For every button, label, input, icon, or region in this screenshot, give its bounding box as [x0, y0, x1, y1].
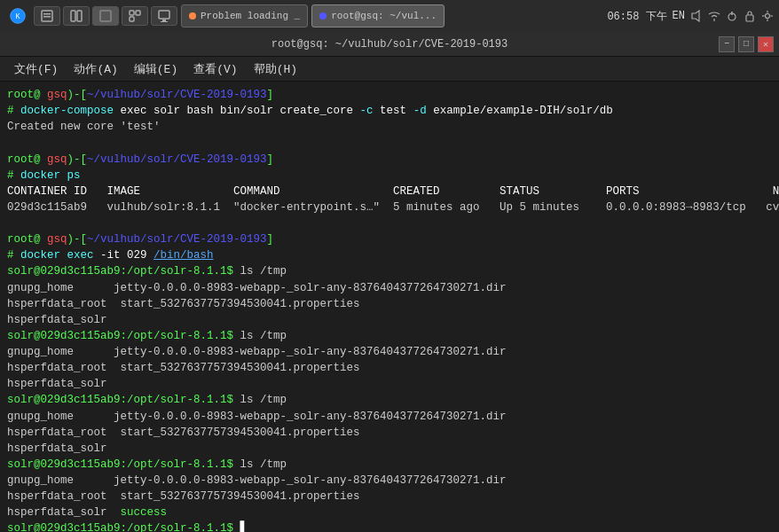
- command-line-2: # docker ps: [7, 168, 772, 184]
- minimize-button[interactable]: −: [719, 36, 735, 52]
- kali-icon[interactable]: K: [5, 4, 30, 28]
- lang-display: EN: [673, 10, 685, 22]
- ls-tmp-3-line2: hsperfdata_root start_532763775739453004…: [7, 425, 772, 441]
- terminal-btn-label: root@gsq: ~/vul...: [331, 11, 437, 21]
- taskbar-app-group: [34, 6, 177, 26]
- svg-rect-5: [71, 11, 75, 21]
- session-prompt-3: solr@029d3c115ab9:/opt/solr-8.1.1$ ls /t…: [7, 392, 772, 408]
- svg-rect-7: [100, 11, 111, 21]
- tb-app-btn-2[interactable]: [63, 6, 90, 26]
- session-prompt-2: solr@029d3c115ab9:/opt/solr-8.1.1$ ls /t…: [7, 328, 772, 344]
- browser-btn-label: Problem loading _: [201, 11, 300, 21]
- ls-tmp-2-line2: hsperfdata_root start_532763775739453004…: [7, 360, 772, 376]
- terminal-window: root@gsq: ~/vulhub/solr/CVE-2019-0193 − …: [0, 32, 779, 532]
- terminal-taskbar-btn[interactable]: root@gsq: ~/vul...: [311, 4, 445, 27]
- svg-text:K: K: [16, 12, 20, 21]
- blank-1: [7, 135, 772, 151]
- ls-tmp-1-line3: hsperfdata_solr: [7, 312, 772, 328]
- prompt-line-3: root@ gsq)-[~/vulhub/solr/CVE-2019-0193]: [7, 231, 772, 247]
- terminal-dot: [319, 12, 327, 20]
- window-title: root@gsq: ~/vulhub/solr/CVE-2019-0193: [271, 38, 508, 51]
- settings-icon[interactable]: [761, 10, 774, 22]
- svg-rect-12: [162, 20, 166, 21]
- svg-marker-14: [692, 11, 699, 21]
- tb-app-btn-5[interactable]: [151, 6, 177, 26]
- docker-ps-row: 029d3c115ab9 vulhub/solr:8.1.1 "docker-e…: [7, 200, 772, 215]
- menu-action[interactable]: 动作(A): [67, 59, 124, 80]
- svg-rect-6: [77, 11, 82, 21]
- window-controls: − □ ✕: [719, 36, 774, 52]
- time-display: 06:58 下午: [607, 9, 666, 24]
- lock-icon[interactable]: [744, 10, 756, 22]
- close-button[interactable]: ✕: [758, 36, 774, 52]
- browser-taskbar-btn[interactable]: Problem loading _: [181, 4, 308, 27]
- network-icon[interactable]: [708, 10, 720, 22]
- svg-point-18: [766, 14, 770, 19]
- tb-app-btn-1[interactable]: [34, 6, 60, 26]
- final-prompt: solr@029d3c115ab9:/opt/solr-8.1.1$ ▋: [7, 520, 772, 532]
- ls-tmp-2-line1: gnupg_home jetty-0.0.0.0-8983-webapp-_so…: [7, 344, 772, 360]
- ls-tmp-1-line2: hsperfdata_root start_532763775739453004…: [7, 296, 772, 312]
- output-create-core: Created new core 'test': [7, 119, 772, 135]
- menu-file[interactable]: 文件(F): [7, 59, 65, 80]
- firefox-dot: [189, 12, 196, 20]
- tb-app-btn-4[interactable]: [122, 6, 148, 26]
- taskbar: K: [0, 0, 779, 32]
- svg-rect-17: [746, 15, 753, 21]
- volume-icon[interactable]: [690, 10, 703, 22]
- ls-tmp-2-line3: hsperfdata_solr: [7, 376, 772, 392]
- menu-view[interactable]: 查看(V): [186, 59, 244, 80]
- session-prompt-1: solr@029d3c115ab9:/opt/solr-8.1.1$ ls /t…: [7, 263, 772, 279]
- svg-rect-4: [43, 16, 51, 18]
- prompt-line-1: root@ gsq)-[~/vulhub/solr/CVE-2019-0193]: [7, 87, 772, 103]
- svg-rect-13: [161, 21, 168, 22]
- menu-help[interactable]: 帮助(H): [247, 59, 304, 80]
- taskbar-right: 06:58 下午 EN: [607, 9, 774, 24]
- menu-edit[interactable]: 编辑(E): [127, 59, 185, 80]
- docker-ps-header: CONTAINER ID IMAGE COMMAND CREATED STATU…: [7, 184, 772, 200]
- svg-rect-3: [43, 13, 51, 15]
- command-line-3: # docker exec -it 029 /bin/bash: [7, 247, 772, 263]
- ls-tmp-1-line1: gnupg_home jetty-0.0.0.0-8983-webapp-_so…: [7, 280, 772, 296]
- blank-2: [7, 215, 772, 231]
- svg-rect-10: [130, 17, 134, 21]
- svg-rect-11: [159, 11, 169, 19]
- svg-rect-9: [136, 11, 140, 15]
- session-prompt-4: solr@029d3c115ab9:/opt/solr-8.1.1$ ls /t…: [7, 457, 772, 473]
- prompt-line-2: root@ gsq)-[~/vulhub/solr/CVE-2019-0193]: [7, 152, 772, 168]
- window-titlebar: root@gsq: ~/vulhub/solr/CVE-2019-0193 − …: [0, 32, 779, 57]
- ls-tmp-4-line1: gnupg_home jetty-0.0.0.0-8983-webapp-_so…: [7, 473, 772, 489]
- svg-rect-8: [130, 11, 134, 15]
- ls-tmp-4-line2: hsperfdata_root start_532763775739453004…: [7, 489, 772, 505]
- tb-app-btn-3[interactable]: [92, 6, 119, 26]
- terminal-content[interactable]: root@ gsq)-[~/vulhub/solr/CVE-2019-0193]…: [0, 82, 779, 532]
- ls-tmp-4-line3: hsperfdata_solr success: [7, 505, 772, 520]
- menu-bar: 文件(F) 动作(A) 编辑(E) 查看(V) 帮助(H): [0, 57, 779, 82]
- command-line-1: # docker-compose exec solr bash bin/solr…: [7, 103, 772, 119]
- ls-tmp-3-line3: hsperfdata_solr: [7, 441, 772, 457]
- maximize-button[interactable]: □: [738, 36, 754, 52]
- ls-tmp-3-line1: gnupg_home jetty-0.0.0.0-8983-webapp-_so…: [7, 409, 772, 425]
- power-icon[interactable]: [726, 10, 738, 22]
